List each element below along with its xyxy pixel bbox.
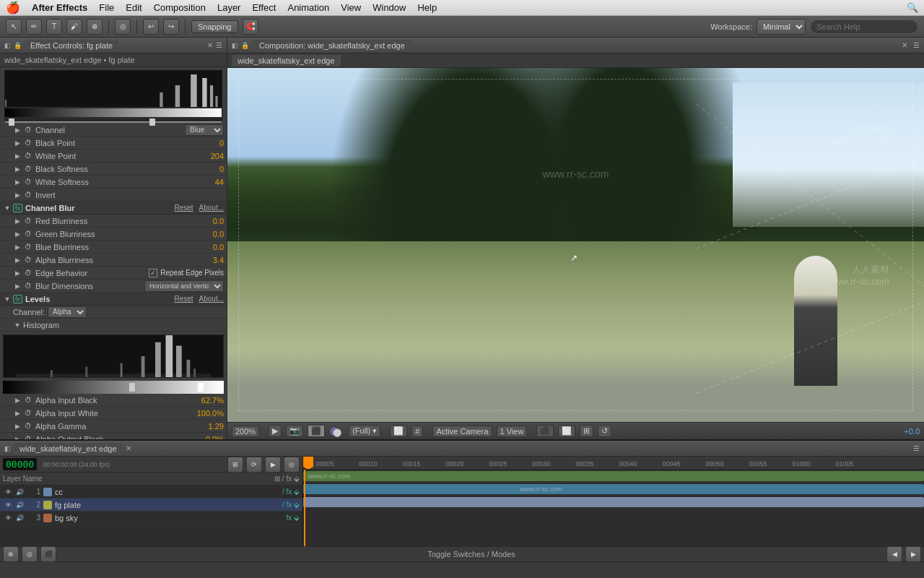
alpha-input-black-value[interactable]: 62.7% xyxy=(195,396,224,405)
menu-composition[interactable]: Composition xyxy=(154,2,206,13)
layer-row-3[interactable]: 👁 🔊 3 bg sky fx ⬙ xyxy=(0,512,302,525)
preview-btn[interactable]: ▶ xyxy=(269,425,282,437)
composition-canvas[interactable]: www.rr-sc.com 人人素材www.rr-sc.com 人人素材www.… xyxy=(227,68,924,422)
tl-nav-right[interactable]: ▶ xyxy=(905,546,921,562)
transparency-btn[interactable]: ⬛ xyxy=(308,425,325,437)
edge-behavior-expand[interactable]: ▶ xyxy=(13,269,22,277)
red-blurriness-expand[interactable]: ▶ xyxy=(13,217,22,225)
btn-undo[interactable]: ↩ xyxy=(143,19,159,35)
track-bar-2[interactable]: www.rr-sc.com xyxy=(303,484,924,494)
histogram-row[interactable]: ▼ Histogram xyxy=(0,319,227,332)
white-softness-row[interactable]: ▶ ⏱ White Softness 44 xyxy=(0,176,227,189)
menu-file[interactable]: File xyxy=(99,2,114,13)
alpha-input-black-expand[interactable]: ▶ xyxy=(13,396,22,405)
layer-1-vis[interactable]: 👁 xyxy=(3,487,13,497)
invert-row[interactable]: ▶ ⏱ Invert xyxy=(0,189,227,202)
track-bar-3[interactable] xyxy=(303,497,924,507)
blur-dimensions-expand[interactable]: ▶ xyxy=(13,282,22,290)
white-softness-value[interactable]: 44 xyxy=(195,178,224,186)
alpha-gamma-row[interactable]: ▶ ⏱ Alpha Gamma 1.29 xyxy=(0,420,227,433)
region-btn[interactable]: ⬜ xyxy=(390,425,407,437)
channel-blur-about[interactable]: About... xyxy=(199,204,224,212)
menu-animation[interactable]: Animation xyxy=(287,2,329,13)
menu-window[interactable]: Window xyxy=(372,2,406,13)
black-point-expand[interactable]: ▶ xyxy=(13,139,22,147)
render-btn[interactable]: ⬛ xyxy=(536,425,554,437)
alpha-blurriness-expand[interactable]: ▶ xyxy=(13,256,22,264)
reset-btn[interactable]: ↺ xyxy=(598,425,611,437)
blur-dimensions-row[interactable]: ▶ ⏱ Blur Dimensions Horizontal and Verti… xyxy=(0,280,227,293)
tl-status-btn-1[interactable]: ⊕ xyxy=(3,546,19,562)
levels-header[interactable]: ▼ fx Levels Reset About... xyxy=(0,293,227,306)
black-softness-expand[interactable]: ▶ xyxy=(13,165,22,173)
black-softness-value[interactable]: 0 xyxy=(195,165,224,173)
timeline-tab[interactable]: wide_skateflatsky_ext edge xyxy=(14,443,123,454)
alpha-input-black-row[interactable]: ▶ ⏱ Alpha Input Black 62.7% xyxy=(0,394,227,407)
export-btn[interactable]: ⬜ xyxy=(558,425,575,437)
close-panel-icon[interactable]: ✕ xyxy=(207,41,213,49)
btn-magnet[interactable]: 🧲 xyxy=(243,19,258,35)
histogram-expand[interactable]: ▼ xyxy=(13,321,22,329)
menu-effect[interactable]: Effect xyxy=(252,2,276,13)
comp-menu-icon[interactable]: ☰ xyxy=(913,41,920,49)
menu-help[interactable]: Help xyxy=(417,2,437,13)
btn-redo[interactable]: ↪ xyxy=(163,19,179,35)
histogram-slider[interactable] xyxy=(5,118,222,126)
alpha-input-white-expand[interactable]: ▶ xyxy=(13,409,22,418)
layer-3-name[interactable]: bg sky xyxy=(55,514,283,522)
blue-blurriness-value[interactable]: 0.0 xyxy=(195,243,224,251)
layer-1-audio[interactable]: 🔊 xyxy=(14,487,25,497)
color-dot[interactable]: ⬤ xyxy=(329,426,339,436)
alpha-gamma-expand[interactable]: ▶ xyxy=(13,422,22,431)
quality-dropdown[interactable]: (Full) ▾ xyxy=(349,425,380,437)
invert-expand[interactable]: ▶ xyxy=(13,191,22,199)
black-point-row[interactable]: ▶ ⏱ Black Point 0 xyxy=(0,137,227,150)
white-point-value[interactable]: 204 xyxy=(195,152,224,160)
tl-btn-4[interactable]: ◎ xyxy=(284,457,300,473)
snapshot-btn[interactable]: 📷 xyxy=(286,425,303,437)
close-comp-icon[interactable]: ✕ xyxy=(902,41,907,49)
green-blurriness-value[interactable]: 0.0 xyxy=(195,230,224,238)
tl-nav-left[interactable]: ◀ xyxy=(886,546,902,562)
close-timeline-icon[interactable]: ✕ xyxy=(126,444,131,452)
zoom-btn[interactable]: 200% xyxy=(232,426,259,437)
tool-brush[interactable]: 🖌 xyxy=(66,19,82,35)
tool-roto[interactable]: ◎ xyxy=(115,19,131,35)
layer-1-name[interactable]: cc xyxy=(55,488,279,496)
alpha-blurriness-value[interactable]: 3.4 xyxy=(195,256,224,264)
green-blurriness-expand[interactable]: ▶ xyxy=(13,230,22,238)
panel-menu-icon[interactable]: ☰ xyxy=(216,41,222,49)
green-blurriness-row[interactable]: ▶ ⏱ Green Blurriness 0.0 xyxy=(0,228,227,241)
channel-expand[interactable]: ▶ xyxy=(13,126,22,134)
menu-layer[interactable]: Layer xyxy=(217,2,241,13)
blue-blurriness-expand[interactable]: ▶ xyxy=(13,243,22,251)
comp-tab[interactable]: Composition: wide_skateflatsky_ext edge xyxy=(252,40,412,51)
alpha-blurriness-row[interactable]: ▶ ⏱ Alpha Blurriness 3.4 xyxy=(0,254,227,267)
panel-tab-effect-controls[interactable]: Effect Controls: fg plate xyxy=(25,40,118,51)
edge-behavior-row[interactable]: ▶ ⏱ Edge Behavior ✓ Repeat Edge Pixels xyxy=(0,267,227,280)
levels-input-sliders[interactable] xyxy=(3,381,224,394)
toggle-switches-label[interactable]: Toggle Switches / Modes xyxy=(427,550,515,558)
black-point-value[interactable]: 0 xyxy=(195,139,224,147)
tl-btn-3[interactable]: ▶ xyxy=(265,457,281,473)
layer-2-audio[interactable]: 🔊 xyxy=(14,500,25,510)
flowchart-btn[interactable]: ⊞ xyxy=(580,425,593,437)
view-dropdown[interactable]: 1 View xyxy=(497,426,528,437)
levels-expand[interactable]: ▼ xyxy=(3,295,12,303)
tl-btn-2[interactable]: ⟳ xyxy=(246,457,262,473)
menu-edit[interactable]: Edit xyxy=(126,2,141,13)
tool-text[interactable]: T xyxy=(46,19,62,35)
tool-select[interactable]: ↖ xyxy=(6,19,22,35)
snapping-button[interactable]: Snapping xyxy=(191,20,238,33)
channel-blur-header[interactable]: ▼ fx Channel Blur Reset About... xyxy=(0,202,227,215)
white-softness-expand[interactable]: ▶ xyxy=(13,178,22,186)
apple-menu[interactable]: 🍎 xyxy=(6,1,20,14)
alpha-input-white-row[interactable]: ▶ ⏱ Alpha Input White 100.0% xyxy=(0,407,227,420)
layer-2-name[interactable]: fg plate xyxy=(55,501,279,509)
levels-channel-select[interactable]: AlphaRGBRedGreenBlue xyxy=(48,306,87,318)
tool-clone[interactable]: ⊕ xyxy=(87,19,103,35)
blur-dimensions-select[interactable]: Horizontal and Vertic xyxy=(144,280,224,292)
menu-view[interactable]: View xyxy=(341,2,361,13)
layer-row-2[interactable]: 👁 🔊 2 fg plate / fx ⬙ xyxy=(0,499,302,512)
blue-blurriness-row[interactable]: ▶ ⏱ Blue Blurriness 0.0 xyxy=(0,241,227,254)
